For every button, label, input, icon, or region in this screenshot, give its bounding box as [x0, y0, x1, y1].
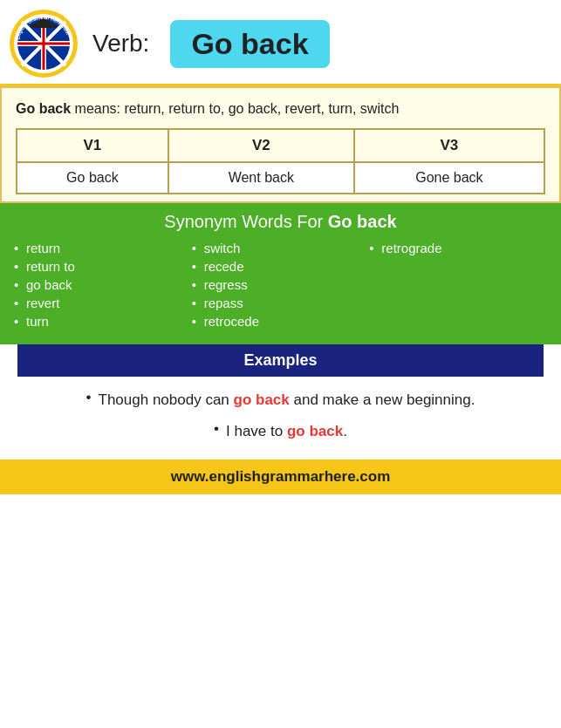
form-v2: Went back: [168, 162, 354, 194]
logo: English Grammar Here.Com: [9, 9, 79, 78]
synonym-item: retrograde: [369, 241, 547, 255]
form-v1: Go back: [17, 162, 168, 194]
synonym-item: revert: [14, 296, 192, 310]
ex2-after: .: [343, 423, 347, 439]
ex1-after: and make a new beginning.: [290, 391, 475, 408]
example-item-1: • Though nobody can go back and make a n…: [17, 389, 544, 412]
synonym-item: repass: [192, 296, 370, 310]
bullet-2: •: [214, 420, 219, 438]
ex2-before: I have to: [226, 423, 287, 439]
verb-word: Go back: [191, 27, 308, 60]
means-section: Go back means: return, return to, go bac…: [0, 86, 561, 203]
synonym-item: return to: [14, 259, 192, 274]
synonym-item: retrocede: [192, 314, 370, 329]
col-v2: V2: [168, 129, 354, 162]
synonym-item: go back: [14, 277, 192, 292]
forms-table: V1 V2 V3 Go back Went back Gone back: [16, 128, 545, 194]
synonym-item: return: [14, 241, 192, 255]
synonym-title-prefix: Synonym Words For: [164, 212, 327, 231]
col-v1: V1: [17, 129, 168, 162]
synonym-title: Synonym Words For Go back: [14, 212, 547, 232]
synonym-col-1: return return to go back revert turn: [14, 241, 192, 332]
col-v3: V3: [354, 129, 544, 162]
bullet-1: •: [86, 389, 92, 406]
examples-section: Examples • Though nobody can go back and…: [0, 344, 561, 459]
verb-label: Verb:: [92, 30, 149, 58]
examples-header: Examples: [17, 344, 544, 377]
means-verb: Go back: [16, 101, 71, 116]
ex1-highlight: go back: [234, 391, 290, 408]
means-definition: means: return, return to, go back, rever…: [75, 101, 400, 116]
synonym-title-word: Go back: [328, 212, 397, 231]
example-text-2: I have to go back.: [226, 420, 347, 443]
form-v3: Gone back: [354, 162, 544, 194]
example-item-2: • I have to go back.: [17, 420, 544, 443]
verb-highlight-box: Go back: [170, 20, 329, 68]
synonym-columns: return return to go back revert turn swi…: [14, 241, 547, 332]
synonym-item: turn: [14, 314, 192, 329]
synonym-item: regress: [192, 277, 370, 292]
footer-url: www.englishgrammarhere.com: [171, 468, 391, 485]
synonym-col-2: switch recede regress repass retrocede: [192, 241, 370, 332]
ex2-highlight: go back: [287, 423, 343, 439]
synonym-item: recede: [192, 259, 370, 274]
synonym-item: switch: [192, 241, 370, 255]
header: English Grammar Here.Com Verb: Go back: [0, 0, 561, 86]
example-text-1: Though nobody can go back and make a new…: [99, 389, 475, 412]
footer: www.englishgrammarhere.com: [0, 459, 561, 494]
svg-rect-9: [31, 24, 57, 28]
synonym-col-3: retrograde: [369, 241, 547, 332]
ex1-before: Though nobody can: [99, 391, 234, 408]
means-text: Go back means: return, return to, go bac…: [16, 99, 545, 119]
synonym-section: Synonym Words For Go back return return …: [0, 203, 561, 344]
